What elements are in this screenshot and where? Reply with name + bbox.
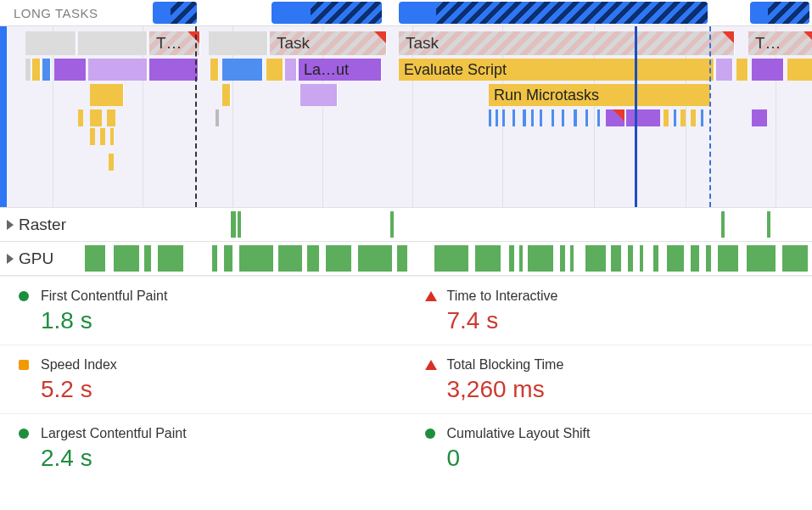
status-good-icon <box>425 429 435 439</box>
task-label: T… <box>755 34 781 53</box>
gpu-lane[interactable]: GPU <box>0 241 812 275</box>
task-label: Task <box>277 34 310 53</box>
flame-bar[interactable] <box>32 59 41 81</box>
flame-bar[interactable] <box>266 59 283 81</box>
raster-track <box>0 211 812 238</box>
flame-bar[interactable] <box>88 59 148 81</box>
metric-value: 7.4 s <box>447 307 796 334</box>
raster-label: Raster <box>0 216 76 234</box>
long-task-bar[interactable] <box>272 2 382 24</box>
left-strip <box>0 26 7 207</box>
flame-bar[interactable] <box>54 59 87 81</box>
flame-bar[interactable] <box>42 59 51 81</box>
metric-lcp[interactable]: Largest Contentful Paint 2.4 s <box>0 413 406 482</box>
warning-icon <box>374 31 386 43</box>
expand-icon[interactable] <box>7 220 14 230</box>
gpu-track <box>0 245 812 272</box>
metric-label: Total Blocking Time <box>447 357 796 373</box>
warning-icon <box>613 109 624 121</box>
long-tasks-row: LONG TASKS <box>0 0 812 25</box>
main-thread-track[interactable]: T… Task Task T… La…ut Evaluate Script <box>0 25 812 207</box>
flame-bar[interactable] <box>149 59 199 81</box>
task-item[interactable]: T… <box>748 31 812 55</box>
task-item[interactable]: Task <box>270 31 387 55</box>
bar-label: Run Microtasks <box>494 87 599 104</box>
metric-label: Time to Interactive <box>447 289 796 304</box>
task-row: T… Task Task T… <box>8 31 812 55</box>
flame-bar[interactable] <box>210 59 219 81</box>
metric-value: 5.2 s <box>41 376 389 403</box>
marker-solid[interactable] <box>635 26 637 207</box>
task-label: T… <box>156 34 182 53</box>
flame-bar[interactable] <box>716 59 733 81</box>
status-good-icon <box>19 291 29 301</box>
metric-label: Largest Contentful Paint <box>41 426 389 441</box>
marker-dashed[interactable] <box>195 26 197 207</box>
warning-icon <box>722 31 734 43</box>
task-item[interactable] <box>78 31 148 55</box>
metric-value: 0 <box>447 445 796 472</box>
raster-lane[interactable]: Raster <box>0 207 812 241</box>
task-item[interactable]: Task <box>399 31 735 55</box>
metric-label: Cumulative Layout Shift <box>447 426 796 441</box>
metric-label: First Contentful Paint <box>41 289 389 304</box>
metric-value: 2.4 s <box>41 445 389 472</box>
flame-bar[interactable] <box>90 84 124 106</box>
flame-bar-evaluate-script[interactable]: Evaluate Script <box>399 59 714 81</box>
metric-label: Speed Index <box>41 357 389 373</box>
warning-icon <box>188 31 199 43</box>
flame-bar[interactable] <box>222 84 231 106</box>
gpu-label: GPU <box>0 249 76 268</box>
metric-value: 3,260 ms <box>447 376 796 403</box>
flame-bar[interactable] <box>787 59 812 81</box>
status-good-icon <box>19 429 29 439</box>
metric-value: 1.8 s <box>41 307 389 334</box>
long-task-bar[interactable] <box>153 2 197 24</box>
marker-dashed[interactable] <box>709 26 711 207</box>
flame-bar[interactable] <box>752 59 784 81</box>
metric-tbt[interactable]: Total Blocking Time 3,260 ms <box>406 345 813 413</box>
long-task-bar[interactable] <box>399 2 708 24</box>
task-item[interactable] <box>209 31 268 55</box>
metric-cls[interactable]: Cumulative Layout Shift 0 <box>406 413 813 482</box>
metrics-panel: First Contentful Paint 1.8 s Time to Int… <box>0 275 812 482</box>
long-task-bar[interactable] <box>750 2 809 24</box>
long-tasks-track <box>0 2 812 24</box>
status-poor-icon <box>425 291 437 301</box>
expand-icon[interactable] <box>7 254 14 264</box>
flame-bar-run-microtasks[interactable]: Run Microtasks <box>489 84 711 106</box>
warning-icon <box>804 31 812 43</box>
status-average-icon <box>19 360 29 370</box>
flame-bar[interactable] <box>222 59 263 81</box>
status-poor-icon <box>425 360 437 370</box>
flame-bar[interactable] <box>25 59 31 81</box>
task-label: Task <box>406 34 439 53</box>
metric-si[interactable]: Speed Index 5.2 s <box>0 345 406 413</box>
metric-fcp[interactable]: First Contentful Paint 1.8 s <box>0 276 406 345</box>
task-item[interactable] <box>25 31 76 55</box>
flame-bar[interactable] <box>736 59 748 81</box>
task-item[interactable]: T… <box>149 31 200 55</box>
flame-chart[interactable]: LONG TASKS T… Task Task T… <box>0 0 812 207</box>
flame-bar-layout[interactable]: La…ut <box>299 59 382 81</box>
flame-bar[interactable] <box>300 84 338 106</box>
flame-bar[interactable] <box>285 59 297 81</box>
bar-label: Evaluate Script <box>404 61 507 79</box>
metric-tti[interactable]: Time to Interactive 7.4 s <box>406 276 813 345</box>
bar-label: La…ut <box>304 61 349 79</box>
